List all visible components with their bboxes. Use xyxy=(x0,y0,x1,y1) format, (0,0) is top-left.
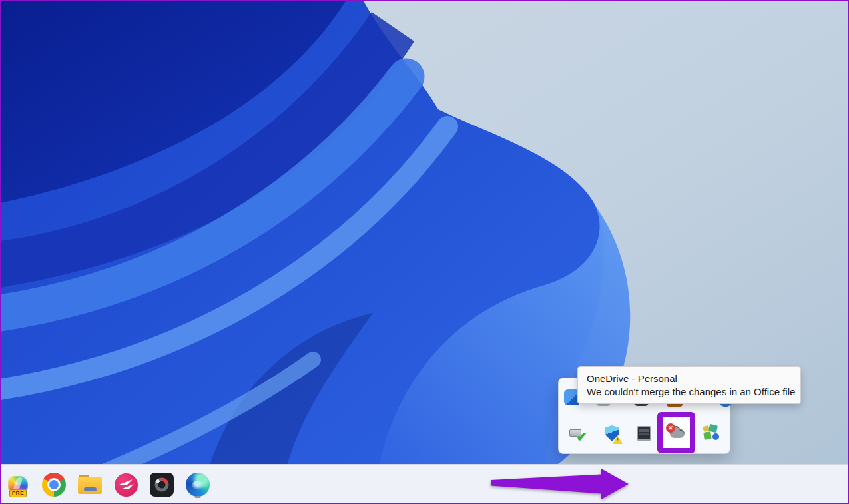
desktop: ✔ ! ✕ ✕ OneDrive - Personal We couldn't … xyxy=(0,0,849,504)
file-explorer-icon xyxy=(78,475,102,495)
dark-ring-icon xyxy=(150,473,174,497)
tray-icon-remote-window[interactable] xyxy=(635,425,653,442)
pink-arrows-icon xyxy=(115,473,138,497)
taskbar-copilot-preview-button[interactable]: PRE xyxy=(4,471,32,499)
preview-badge: PRE xyxy=(9,489,27,497)
tray-icon-safely-remove-hardware[interactable]: ✔ xyxy=(568,425,585,442)
tray-icon-colorful-app[interactable] xyxy=(703,425,720,442)
dark-window-icon xyxy=(637,426,651,441)
edge-icon xyxy=(186,473,210,497)
onedrive-tooltip: OneDrive - Personal We couldn't merge th… xyxy=(577,366,801,404)
taskbar-edge-button[interactable] xyxy=(184,471,212,499)
error-badge-icon: ✕ xyxy=(666,423,675,433)
chrome-icon xyxy=(42,473,66,497)
mosaic-app-icon xyxy=(703,425,720,442)
taskbar-pink-app-button[interactable] xyxy=(112,471,140,499)
green-check-icon: ✔ xyxy=(576,429,587,445)
tooltip-body: We couldn't merge the changes in an Offi… xyxy=(587,385,792,399)
tray-icon-windows-security[interactable]: ! xyxy=(603,425,621,442)
taskbar-chrome-button[interactable] xyxy=(40,471,68,499)
running-indicator xyxy=(195,496,201,498)
taskbar: PRE xyxy=(0,464,849,504)
taskbar-dark-app-button[interactable] xyxy=(148,471,176,499)
tooltip-title: OneDrive - Personal xyxy=(587,372,792,385)
taskbar-file-explorer-button[interactable] xyxy=(76,471,104,499)
annotation-highlight-box: ✕ xyxy=(657,412,695,453)
